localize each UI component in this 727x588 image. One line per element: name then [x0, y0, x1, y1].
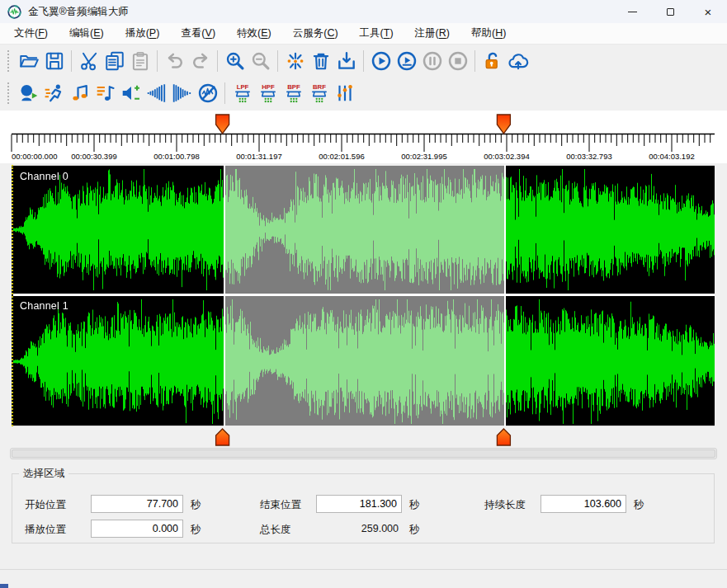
- window-title: 金飞翼®音频编辑大师: [28, 5, 129, 19]
- copy-button[interactable]: [101, 48, 127, 74]
- equalizer-button[interactable]: [332, 80, 357, 106]
- menu-item-e[interactable]: 特效(E): [226, 23, 282, 44]
- waveform-canvas[interactable]: [13, 165, 715, 426]
- svg-text:HPF: HPF: [262, 83, 275, 91]
- menu-item-p[interactable]: 播放(P): [115, 23, 171, 44]
- scrollbar-thumb[interactable]: [12, 449, 715, 458]
- ruler-time-label: 00:00:00.000: [12, 152, 57, 161]
- mix-audio-icon: [285, 50, 306, 72]
- duration-unit: 秒: [634, 498, 644, 512]
- toolbar-separator: [224, 82, 225, 104]
- start-position-input[interactable]: [91, 495, 183, 513]
- zoom-in-button[interactable]: [222, 48, 248, 74]
- voice-effect-button[interactable]: [16, 80, 41, 106]
- zoom-in-icon: [224, 50, 246, 72]
- menu-item-f[interactable]: 文件(F): [3, 23, 59, 44]
- svg-text:BPF: BPF: [287, 83, 300, 91]
- ruler-time-label: 00:04:03.192: [649, 152, 694, 161]
- bottom-markers-svg: [0, 428, 727, 448]
- menu-item-c[interactable]: 云服务(C): [282, 23, 349, 44]
- tempo-change-button[interactable]: [41, 80, 67, 106]
- toolbar-main: [0, 45, 727, 77]
- redo-button: [187, 48, 213, 74]
- audio-list-button[interactable]: [92, 80, 118, 106]
- redo-icon: [190, 50, 211, 72]
- menu-item-t[interactable]: 工具(T): [349, 23, 404, 44]
- ruler-time-label: 00:01:31.197: [236, 152, 281, 161]
- brf-filter-button[interactable]: BRF: [306, 80, 332, 106]
- bpf-filter-button[interactable]: BPF: [281, 80, 306, 106]
- selection-panel: 选择区域 开始位置 秒 结束位置 秒 持续长度 秒 播放位置 秒 总长度 259…: [12, 467, 715, 543]
- menu-item-r[interactable]: 注册(R): [404, 23, 460, 44]
- app-logo-icon: [7, 5, 21, 19]
- denoise-button[interactable]: [195, 80, 220, 106]
- toolbar-separator: [363, 50, 364, 72]
- selection-start-marker-top[interactable]: [216, 115, 229, 134]
- delete-button[interactable]: [308, 48, 333, 74]
- import-audio-icon: [336, 50, 357, 72]
- fade-out-button[interactable]: [169, 80, 195, 106]
- import-audio-button[interactable]: [333, 48, 359, 74]
- play-button[interactable]: [368, 48, 394, 74]
- tempo-change-icon: [44, 82, 65, 104]
- channel-1-label: Channel 1: [20, 300, 68, 312]
- close-button[interactable]: ×: [689, 0, 727, 23]
- pitch-change-icon: [69, 82, 91, 104]
- selection-end-marker-bottom[interactable]: [497, 429, 510, 445]
- statusbar-accent: [0, 584, 8, 588]
- lpf-filter-button[interactable]: LPF: [229, 80, 255, 106]
- horizontal-scrollbar[interactable]: [10, 448, 717, 459]
- play-icon: [371, 50, 392, 72]
- save-file-icon: [44, 50, 65, 72]
- selection-end-marker-top[interactable]: [497, 115, 510, 134]
- paste-button: [127, 48, 153, 74]
- svg-text:LPF: LPF: [236, 83, 248, 91]
- open-file-button[interactable]: [16, 48, 41, 74]
- toolbar-effects: LPFHPFBPFBRF: [0, 78, 727, 109]
- play-selection-button[interactable]: [394, 48, 419, 74]
- pitch-change-button[interactable]: [67, 80, 92, 106]
- bottom-marker-strip: [0, 428, 727, 448]
- ruler-time-label: 00:00:30.399: [71, 152, 116, 161]
- end-position-unit: 秒: [409, 498, 420, 512]
- waveform-display[interactable]: Channel 0 Channel 1: [12, 165, 715, 426]
- equalizer-icon: [334, 82, 356, 104]
- cut-button[interactable]: [76, 48, 101, 74]
- close-icon: ×: [705, 6, 712, 18]
- toolbar-separator: [277, 50, 278, 72]
- pause-button: [419, 48, 445, 74]
- play-selection-icon: [396, 50, 418, 72]
- cloud-upload-button[interactable]: [505, 48, 531, 74]
- fade-in-button[interactable]: [144, 80, 169, 106]
- maximize-button[interactable]: [651, 0, 689, 23]
- duration-label: 持续长度: [484, 498, 526, 512]
- menu-item-v[interactable]: 查看(V): [170, 23, 226, 44]
- volume-adjust-button[interactable]: [118, 80, 144, 106]
- minimize-button[interactable]: [613, 0, 651, 23]
- fade-out-icon: [172, 82, 193, 104]
- titlebar: 金飞翼®音频编辑大师 ×: [0, 0, 727, 23]
- mix-audio-button[interactable]: [282, 48, 308, 74]
- toolbar-separator: [157, 50, 158, 72]
- save-file-button[interactable]: [41, 48, 67, 74]
- play-position-label: 播放位置: [25, 523, 66, 537]
- bpf-filter-icon: BPF: [283, 82, 304, 104]
- total-length-value: 259.000: [316, 523, 399, 534]
- play-position-unit: 秒: [191, 523, 201, 537]
- end-position-input[interactable]: [316, 495, 402, 513]
- statusbar: [0, 570, 727, 588]
- hpf-filter-button[interactable]: HPF: [255, 80, 281, 106]
- play-position-input[interactable]: [91, 520, 183, 538]
- unlock-button[interactable]: [479, 48, 505, 74]
- timeline-ruler[interactable]: 00:00:00.00000:00:30.39900:01:00.79800:0…: [0, 111, 727, 163]
- denoise-icon: [197, 82, 219, 104]
- end-position-label: 结束位置: [260, 498, 301, 512]
- maximize-icon: [667, 8, 674, 16]
- menu-item-h[interactable]: 帮助(H): [460, 23, 517, 44]
- delete-icon: [310, 50, 332, 72]
- menu-item-e[interactable]: 编辑(E): [59, 23, 115, 44]
- selection-start-marker-bottom[interactable]: [216, 429, 229, 445]
- duration-input[interactable]: [541, 495, 626, 513]
- pause-icon: [422, 50, 443, 72]
- copy-icon: [104, 50, 125, 72]
